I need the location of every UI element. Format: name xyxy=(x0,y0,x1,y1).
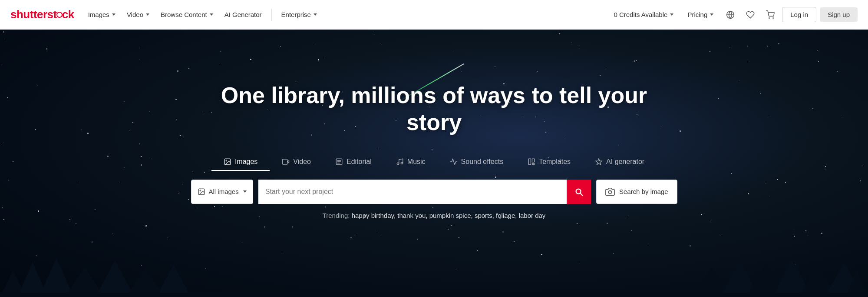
svg-point-2 xyxy=(769,17,770,18)
trending-link[interactable]: sports, xyxy=(475,212,494,219)
nav-right: 0 Credits Available Pricing Log in Sign … xyxy=(608,7,858,23)
image-icon xyxy=(224,158,231,166)
tab-templates[interactable]: Templates xyxy=(515,154,583,171)
tab-editorial[interactable]: Editorial xyxy=(323,154,384,171)
svg-point-28 xyxy=(401,162,403,164)
search-tabs: Images Video Editorial Music xyxy=(191,154,677,171)
trending-link[interactable]: pumpkin spice, xyxy=(429,212,473,219)
chevron-down-icon xyxy=(146,13,149,16)
nav-links: Images Video Browse Content AI Generator… xyxy=(83,7,607,22)
heart-icon-button[interactable] xyxy=(742,7,759,23)
search-input-wrap xyxy=(258,180,591,204)
tab-music[interactable]: Music xyxy=(384,154,438,171)
svg-rect-30 xyxy=(532,159,535,162)
chevron-down-icon xyxy=(210,13,213,16)
search-bar: All images Search by image xyxy=(191,180,677,204)
trending-link[interactable]: labor day xyxy=(519,212,546,219)
trending-link[interactable]: thank you, xyxy=(397,212,427,219)
hero-title: One library, millions of ways to tell yo… xyxy=(191,82,677,136)
trending-link[interactable]: happy birthday, xyxy=(352,212,396,219)
cart-icon xyxy=(766,10,775,19)
svg-point-20 xyxy=(226,160,227,161)
pricing-button[interactable]: Pricing xyxy=(682,7,719,22)
search-input[interactable] xyxy=(258,180,567,204)
video-icon xyxy=(282,158,290,166)
nav-item-enterprise[interactable]: Enterprise xyxy=(276,7,322,22)
search-button[interactable] xyxy=(567,180,591,204)
chevron-down-icon xyxy=(670,13,673,16)
svg-marker-8 xyxy=(96,260,135,297)
login-button[interactable]: Log in xyxy=(782,7,816,22)
hero-section: One library, millions of ways to tell yo… xyxy=(0,30,868,297)
svg-marker-10 xyxy=(156,264,191,297)
nav-item-ai-generator[interactable]: AI Generator xyxy=(219,7,267,22)
camera-search-icon xyxy=(605,187,615,197)
svg-marker-6 xyxy=(39,258,74,297)
navbar: shutterstck Images Video Browse Content … xyxy=(0,0,868,30)
heart-icon xyxy=(746,10,755,19)
chevron-down-icon xyxy=(710,13,713,16)
chevron-down-icon xyxy=(112,13,116,16)
sound-icon xyxy=(450,158,458,166)
cart-icon-button[interactable] xyxy=(762,7,779,23)
globe-icon-button[interactable] xyxy=(722,7,739,23)
svg-point-27 xyxy=(397,163,399,165)
nav-item-browse-content[interactable]: Browse Content xyxy=(155,7,218,22)
svg-rect-31 xyxy=(532,164,535,165)
ai-icon xyxy=(595,158,603,166)
templates-icon xyxy=(528,158,535,166)
image-icon xyxy=(198,188,205,196)
credits-button[interactable]: 0 Credits Available xyxy=(608,7,679,22)
music-icon xyxy=(396,158,404,166)
brand-name: shutterstck xyxy=(10,8,74,21)
svg-rect-18 xyxy=(0,293,868,297)
trending-link[interactable]: foliage, xyxy=(496,212,517,219)
tab-images[interactable]: Images xyxy=(211,154,270,171)
trending-row: Trending: happy birthday, thank you, pum… xyxy=(191,212,677,219)
tab-sound-effects[interactable]: Sound effects xyxy=(438,154,516,171)
editorial-icon xyxy=(335,158,343,166)
tab-ai-generator[interactable]: AI generator xyxy=(583,154,657,171)
trees-silhouette xyxy=(0,245,868,297)
logo[interactable]: shutterstck xyxy=(10,8,74,21)
svg-point-33 xyxy=(200,190,201,191)
nav-item-images[interactable]: Images xyxy=(83,7,121,22)
svg-rect-29 xyxy=(528,159,531,165)
svg-rect-21 xyxy=(283,159,287,164)
globe-icon xyxy=(726,10,735,19)
chevron-down-icon xyxy=(243,190,247,193)
nav-divider xyxy=(271,9,272,21)
tab-video[interactable]: Video xyxy=(270,154,323,171)
search-type-select[interactable]: All images xyxy=(191,180,253,204)
hero-content: One library, millions of ways to tell yo… xyxy=(174,82,695,219)
nav-item-video[interactable]: Video xyxy=(122,7,155,22)
search-icon xyxy=(574,187,584,197)
svg-point-3 xyxy=(773,17,774,18)
search-by-image-button[interactable]: Search by image xyxy=(596,180,677,204)
signup-button[interactable]: Sign up xyxy=(820,7,858,22)
chevron-down-icon xyxy=(314,13,317,16)
